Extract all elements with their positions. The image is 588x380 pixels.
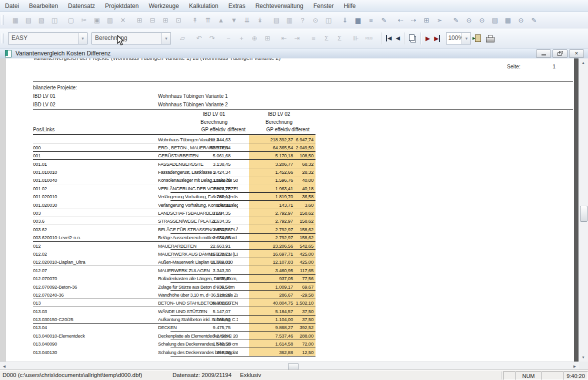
last-page-button[interactable]: ▶	[434, 35, 440, 42]
open-folder-icon[interactable]: ▱	[178, 33, 188, 43]
total-sum-icon[interactable]: Σ	[334, 33, 344, 43]
edit-record-icon[interactable]: ✎	[379, 15, 389, 25]
menu-item-hilfe[interactable]: Hilfe	[338, 0, 360, 11]
menu-item-kalkulation[interactable]: Kalkulation	[184, 0, 224, 11]
vertical-scrollbar[interactable]: ▲ ▼	[578, 58, 588, 362]
menu-item-projektdaten[interactable]: Projektdaten	[100, 0, 144, 11]
menu-item-datensatz[interactable]: Datensatz	[63, 0, 100, 11]
import-record-icon[interactable]: ⇓	[340, 15, 350, 25]
remove-position-icon[interactable]: −	[224, 33, 234, 43]
branch-right-icon[interactable]: ⇢	[408, 15, 418, 25]
prev-page-button[interactable]: ◀	[396, 35, 400, 41]
toolbar-grip-2[interactable]	[2, 33, 4, 43]
chevron-down-icon[interactable]: ▾	[162, 33, 170, 44]
menu-item-werkzeuge[interactable]: Werkzeuge	[144, 0, 184, 11]
first-page-button[interactable]: ◀	[386, 35, 392, 41]
view-combobox[interactable]: Berechnung ▾	[92, 32, 171, 44]
print-preview-icon[interactable]: ▥	[284, 15, 294, 25]
address-catalog-icon[interactable]: ◫	[50, 15, 60, 25]
annotate-icon[interactable]: ✎	[451, 15, 461, 25]
tree-insert-after-icon[interactable]: ⊞	[160, 15, 170, 25]
cell-pos: 003.620010-Level2-n.n.	[33, 235, 81, 240]
tree-insert-before-icon[interactable]: ⊞	[134, 15, 144, 25]
note-icon[interactable]: ✎	[529, 15, 539, 25]
goto-position-icon[interactable]: ➢	[434, 15, 444, 25]
new-document-icon[interactable]: ▢	[66, 15, 76, 25]
table-view-icon[interactable]: ▦	[503, 15, 513, 25]
reb-icon[interactable]: REB	[364, 33, 374, 43]
menu-item-extras[interactable]: Extras	[224, 0, 250, 11]
copy-pages-icon[interactable]	[409, 34, 414, 41]
delete-icon[interactable]: ✕	[118, 15, 128, 25]
report-open-icon[interactable]: ▤	[490, 15, 500, 25]
move-down-icon[interactable]: ▼	[229, 15, 239, 25]
statistics-icon[interactable]: ⊪	[351, 33, 361, 43]
zoom-combobox[interactable]: 100% ▾	[446, 32, 471, 44]
printer-icon[interactable]	[486, 37, 494, 42]
table-row: 012.02MAUERWERK AUS DÄMMSTEINEN (LIAPOR1…	[6, 250, 574, 258]
copy-record-icon[interactable]: ≡	[366, 15, 376, 25]
menu-item-bearbeiten[interactable]: Bearbeiten	[24, 0, 63, 11]
cell-pos: 013.040090	[33, 341, 57, 347]
image-icon[interactable]: ▧	[36, 15, 46, 25]
vertical-scroll-thumb[interactable]	[580, 206, 588, 222]
undo-icon[interactable]: ↶	[194, 33, 204, 43]
cell-pos: 001.02	[33, 186, 47, 191]
cut-icon[interactable]: ✂	[79, 15, 89, 25]
lookup-alt-icon[interactable]: ⊙	[477, 15, 487, 25]
chevron-down-icon[interactable]: ▾	[78, 33, 87, 44]
cell-pos: 013	[33, 300, 40, 306]
toolbar-group: ✎⊙⊙▤▦⊙✎	[451, 15, 539, 25]
cell-v1: 140,11	[180, 202, 230, 208]
move-up-fast-icon[interactable]: ⇈	[203, 15, 213, 25]
search-icon[interactable]: ⊙	[310, 15, 320, 25]
scroll-right-icon[interactable]: ▶	[570, 362, 579, 371]
outdent-icon[interactable]: ⇤	[279, 33, 289, 43]
paste-icon[interactable]: ▥	[105, 15, 115, 25]
save-record-icon[interactable]: ▆	[353, 15, 363, 25]
horizontal-scroll-thumb[interactable]	[288, 363, 298, 370]
move-up-icon[interactable]: ▲	[216, 15, 226, 25]
numbered-list-icon[interactable]: ≡	[308, 33, 318, 43]
minimize-button[interactable]	[536, 49, 551, 58]
move-bottom-icon[interactable]: ↡	[255, 15, 265, 25]
next-page-button[interactable]: ▶	[426, 35, 430, 42]
menu-item-datei[interactable]: Datei	[0, 0, 24, 11]
columns-icon[interactable]: ◫	[324, 15, 334, 25]
menu-item-fenster[interactable]: Fenster	[308, 0, 339, 11]
close-button[interactable]: ✕	[569, 49, 584, 58]
add-position-icon[interactable]: +	[236, 33, 246, 43]
indent-icon[interactable]: ⇥	[292, 33, 302, 43]
help-icon[interactable]: ?	[298, 15, 308, 25]
report-preview-icon[interactable]: ▦	[10, 15, 20, 25]
menu-item-rechteverwaltung[interactable]: Rechteverwaltung	[250, 0, 308, 11]
chevron-down-icon[interactable]: ▾	[462, 33, 470, 44]
lookup-icon[interactable]: ⊙	[464, 15, 474, 25]
form-icon[interactable]: ▤	[272, 15, 282, 25]
move-top-icon[interactable]: ↟	[190, 15, 200, 25]
profile-combobox[interactable]: EASY ▾	[8, 32, 88, 44]
scroll-up-icon[interactable]: ▲	[579, 58, 588, 67]
toolbar-group: ▱	[178, 33, 188, 43]
close-preview-door-icon[interactable]	[475, 34, 481, 42]
insert-position-icon[interactable]: ⊕	[250, 33, 260, 43]
cell-pos: 001.010010	[33, 169, 57, 175]
toolbar-grip[interactable]	[2, 15, 4, 25]
restore-button[interactable]	[552, 49, 568, 58]
partial-sum-icon[interactable]: Σ	[322, 33, 332, 43]
copy-icon[interactable]: ▣	[92, 15, 102, 25]
cell-diff: 158,62	[293, 210, 314, 216]
horizontal-scrollbar[interactable]: ◀ ▶	[0, 362, 579, 371]
tile-windows-icon[interactable]: ⊞	[422, 15, 432, 25]
tree-structure-icon[interactable]: ⊡	[174, 15, 184, 25]
scroll-down-icon[interactable]: ▼	[579, 353, 588, 362]
protocol-icon[interactable]: ▤	[24, 15, 34, 25]
insert-sub-position-icon[interactable]: ⊞	[262, 33, 272, 43]
search-record-icon[interactable]: ⊙	[516, 15, 526, 25]
branch-left-icon[interactable]: ⇠	[396, 15, 406, 25]
redo-icon[interactable]: ↷	[207, 33, 217, 43]
scroll-left-icon[interactable]: ◀	[0, 362, 8, 371]
tree-insert-sub-icon[interactable]: ⊟	[148, 15, 158, 25]
move-down-fast-icon[interactable]: ⇊	[242, 15, 252, 25]
cell-diff: 72,00	[293, 341, 314, 347]
